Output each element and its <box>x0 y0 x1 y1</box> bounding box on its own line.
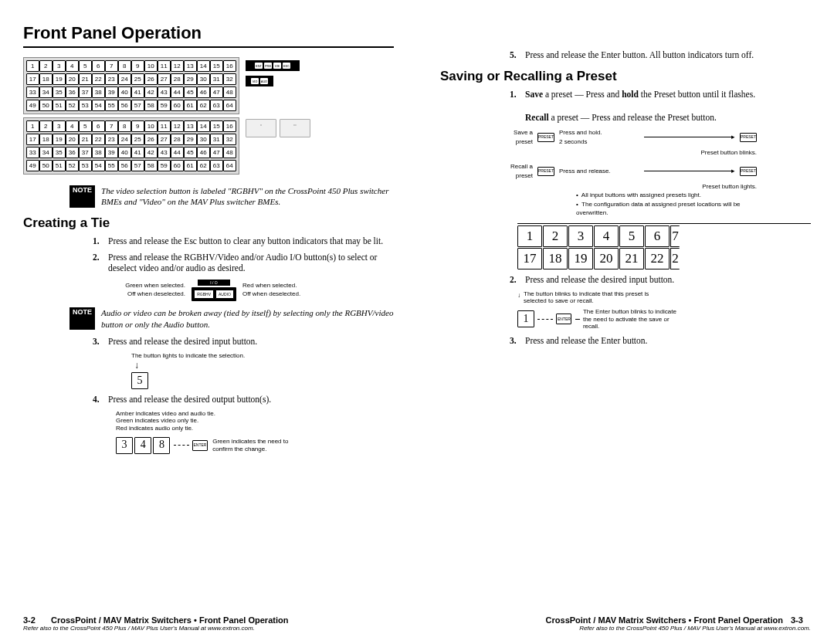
panel-button-30: 30 <box>197 73 210 85</box>
panel-button-15: 15 <box>210 60 223 72</box>
panel-button-14: 14 <box>197 60 210 72</box>
panel-button-63: 63 <box>210 100 223 111</box>
panel-button-41: 41 <box>131 86 144 98</box>
panel-button-31: 31 <box>210 134 223 145</box>
panel-button-8: 8 <box>118 120 131 132</box>
panel-button-6: 6 <box>92 60 105 72</box>
panel-button-34: 34 <box>39 147 53 158</box>
panel-button-16: 16 <box>223 120 236 132</box>
output-8-button: 8 <box>153 437 170 454</box>
panel-button-58: 58 <box>144 100 158 111</box>
panel-button-56: 56 <box>118 100 131 111</box>
panel-button-47: 47 <box>210 147 223 158</box>
creating-tie-heading: Creating a Tie <box>23 215 394 231</box>
panel-button-52: 52 <box>66 100 79 111</box>
panel-button-32: 32 <box>223 134 236 145</box>
panel-button-52: 52 <box>66 160 79 171</box>
preset-icon: PRE <box>264 63 272 69</box>
output-3-button: 3 <box>116 437 133 454</box>
grid-cell-6: 6 <box>645 225 670 247</box>
note-1: NOTE The video selection button is label… <box>23 185 394 208</box>
panel-button-30: 30 <box>197 134 210 145</box>
grid-cell-partial: 2 <box>670 248 680 269</box>
panel-button-18: 18 <box>39 134 53 145</box>
panel-button-60: 60 <box>171 160 184 171</box>
audio-button: AUDIO <box>215 290 234 300</box>
panel-button-21: 21 <box>79 73 92 85</box>
left-page: Front Panel Operation 123456789101112131… <box>0 0 417 644</box>
panel-button-46: 46 <box>197 147 210 158</box>
panel-button-23: 23 <box>105 73 118 85</box>
panel-button-8: 8 <box>118 60 131 72</box>
main-title: Front Panel Operation <box>23 23 394 48</box>
amp-supply-icon: ▭ <box>280 119 310 137</box>
panel-button-25: 25 <box>131 73 144 85</box>
footer-right: CrossPoint / MAV Matrix Switchers • Fron… <box>440 615 811 632</box>
panel-button-53: 53 <box>79 100 92 111</box>
view-icon: VIE <box>273 63 281 69</box>
panel-button-39: 39 <box>105 86 118 98</box>
panel-button-46: 46 <box>197 86 210 98</box>
panel-button-6: 6 <box>92 120 105 132</box>
panel-button-51: 51 <box>53 100 66 111</box>
panel-button-4: 4 <box>66 60 79 72</box>
panel-button-23: 23 <box>105 134 118 145</box>
right-step-1: 1. Save a preset — Press and hold the Pr… <box>510 89 811 124</box>
panel-button-10: 10 <box>144 60 158 72</box>
panel-button-55: 55 <box>105 100 118 111</box>
io-figure: Green when selected. Off when deselected… <box>116 279 394 301</box>
grid-cell-2: 2 <box>543 225 568 247</box>
panel-button-9: 9 <box>131 60 144 72</box>
panel-button-54: 54 <box>92 160 105 171</box>
note-tag: NOTE <box>70 185 95 208</box>
panel-button-28: 28 <box>171 73 184 85</box>
panel-button-47: 47 <box>210 86 223 98</box>
panel-button-48: 48 <box>223 86 236 98</box>
panel-button-15: 15 <box>210 120 223 132</box>
step-4: 4. Press and release the desired output … <box>93 394 394 405</box>
config-port-icon: ○ <box>246 119 276 137</box>
panel-button-57: 57 <box>131 160 144 171</box>
panel-button-42: 42 <box>144 86 158 98</box>
audio-icon: AUD <box>260 78 268 84</box>
grid-cell-4: 4 <box>594 225 619 247</box>
panel-button-7: 7 <box>105 60 118 72</box>
panel-button-32: 32 <box>223 73 236 85</box>
panel-button-49: 49 <box>26 160 39 171</box>
note-tag: NOTE <box>70 307 95 330</box>
panel-button-37: 37 <box>79 147 92 158</box>
panel-button-57: 57 <box>131 100 144 111</box>
video-icon: VID <box>251 78 259 84</box>
right-page: 5. Press and release the Enter button. A… <box>417 0 834 644</box>
panel-button-24: 24 <box>118 134 131 145</box>
step-3: 3. Press and release the desired input b… <box>93 336 394 347</box>
preset-button-icon: PRESET <box>740 167 757 176</box>
panel-button-29: 29 <box>184 134 197 145</box>
panel-button-21: 21 <box>79 134 92 145</box>
step-1: 1. Press and release the Esc button to c… <box>93 236 394 247</box>
panel-button-12: 12 <box>171 120 184 132</box>
panel-button-44: 44 <box>171 147 184 158</box>
panel-button-40: 40 <box>118 86 131 98</box>
panel-button-58: 58 <box>144 160 158 171</box>
io-box: RGBHV AUDIO <box>192 287 236 302</box>
step-2: 2. Press and release the RGBHV/Video and… <box>93 252 394 275</box>
panel-button-60: 60 <box>171 100 184 111</box>
panel-button-2: 2 <box>39 120 53 132</box>
panel-button-9: 9 <box>131 120 144 132</box>
right-step-2: 2. Press and release the desired input b… <box>510 274 811 286</box>
panel-button-50: 50 <box>39 160 53 171</box>
panel-button-41: 41 <box>131 147 144 158</box>
enter-button: ENTER <box>556 314 571 324</box>
panel-button-11: 11 <box>158 60 171 72</box>
grid-cell-partial: 7 <box>670 225 680 247</box>
panel-button-1: 1 <box>26 60 39 72</box>
panel-button-24: 24 <box>118 73 131 85</box>
output-figure: Amber indicates video and audio tie. Gre… <box>116 410 394 454</box>
panel-button-59: 59 <box>158 100 171 111</box>
panel-button-25: 25 <box>131 134 144 145</box>
panel-button-59: 59 <box>158 160 171 171</box>
panel-button-5: 5 <box>79 60 92 72</box>
input-5-button: 5 <box>131 372 148 389</box>
panel-button-49: 49 <box>26 100 39 111</box>
